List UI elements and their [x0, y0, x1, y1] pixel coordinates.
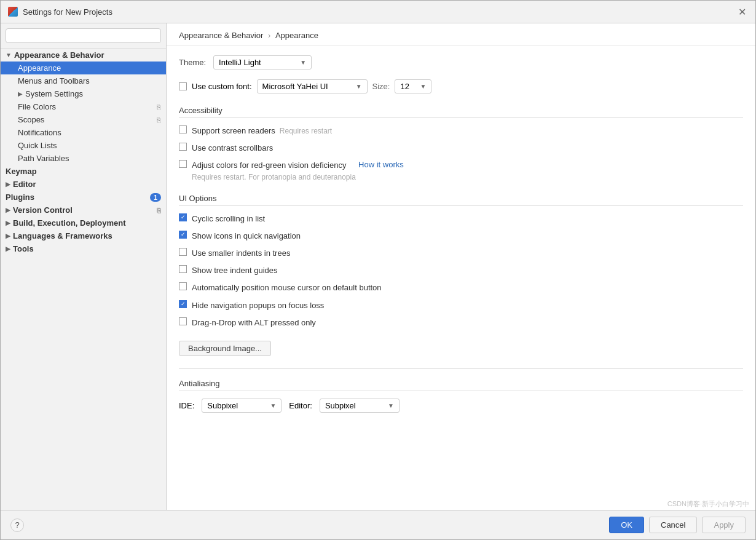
how-it-works-link[interactable]: How it works — [358, 160, 404, 169]
breadcrumb: Appearance & Behavior › Appearance — [167, 23, 755, 46]
search-wrapper: 🔍 — [6, 28, 161, 43]
font-select[interactable]: Microsoft YaHei UI ▼ — [257, 79, 368, 93]
apply-button[interactable]: Apply — [702, 517, 746, 533]
background-image-button[interactable]: Background Image... — [179, 341, 271, 356]
support-screen-readers-checkbox[interactable] — [179, 125, 187, 133]
sidebar-item-quick-lists[interactable]: Quick Lists — [1, 139, 166, 152]
font-row: Use custom font: Microsoft YaHei UI ▼ Si… — [179, 79, 743, 93]
font-value: Microsoft YaHei UI — [262, 82, 328, 91]
content-panel: Appearance & Behavior › Appearance Theme… — [167, 23, 755, 510]
sidebar-item-label: Notifications — [18, 128, 61, 137]
ide-antialias-select[interactable]: Subpixel ▼ — [202, 399, 282, 413]
option-label: Support screen readers — [192, 126, 275, 135]
theme-row: Theme: IntelliJ Light ▼ — [179, 55, 743, 69]
bottom-bar: ? OK Cancel Apply — [1, 510, 755, 539]
size-value: 12 — [400, 82, 409, 91]
cancel-button[interactable]: Cancel — [649, 517, 697, 533]
drag-n-drop-alt-checkbox[interactable] — [179, 317, 187, 325]
sidebar-item-tools[interactable]: ▶ Tools — [1, 242, 166, 255]
sidebar: 🔍 ▼ Appearance & Behavior Appearance Men… — [1, 23, 167, 510]
app-icon — [8, 7, 18, 17]
option-adjust-colors-wrapper: Adjust colors for red-green vision defic… — [179, 160, 743, 181]
theme-dropdown-arrow: ▼ — [300, 59, 306, 66]
search-input[interactable] — [6, 28, 161, 43]
sidebar-item-label: Path Variables — [18, 154, 69, 163]
sidebar-item-build-exec[interactable]: ▶ Build, Execution, Deployment — [1, 216, 166, 229]
option-auto-position-mouse: Automatically position mouse cursor on d… — [179, 282, 743, 293]
copy-icon: ⎘ — [157, 207, 161, 214]
sidebar-item-keymap[interactable]: Keymap — [1, 165, 166, 178]
expand-arrow: ▶ — [18, 90, 23, 97]
sidebar-item-menus-toolbars[interactable]: Menus and Toolbars — [1, 74, 166, 87]
sidebar-item-file-colors[interactable]: File Colors ⎘ — [1, 100, 166, 113]
editor-label: Editor: — [289, 401, 312, 410]
theme-select[interactable]: IntelliJ Light ▼ — [213, 55, 312, 69]
bg-image-wrapper: Background Image... — [179, 336, 743, 356]
option-label: Show tree indent guides — [192, 265, 277, 276]
sidebar-item-version-control[interactable]: ▶ Version Control ⎘ — [1, 204, 166, 216]
ui-options-header: UI Options — [179, 194, 743, 206]
close-button[interactable]: ✕ — [736, 6, 748, 18]
contrast-scrollbars-checkbox[interactable] — [179, 143, 187, 151]
option-label: Drag-n-Drop with ALT pressed only — [192, 317, 316, 328]
option-label: Automatically position mouse cursor on d… — [192, 282, 382, 293]
smaller-indents-checkbox[interactable] — [179, 248, 187, 256]
auto-position-mouse-checkbox[interactable] — [179, 282, 187, 290]
option-smaller-indents: Use smaller indents in trees — [179, 248, 743, 259]
sidebar-item-path-variables[interactable]: Path Variables — [1, 152, 166, 165]
option-label: Use smaller indents in trees — [192, 248, 290, 259]
sidebar-item-scopes[interactable]: Scopes ⎘ — [1, 113, 166, 126]
size-select[interactable]: 12 ▼ — [395, 79, 431, 93]
sidebar-item-label: Build, Execution, Deployment — [13, 218, 125, 228]
help-button[interactable]: ? — [10, 518, 24, 532]
sidebar-item-label: Keymap — [6, 167, 37, 176]
content-body: Theme: IntelliJ Light ▼ Use custom font:… — [167, 46, 755, 510]
font-dropdown-arrow: ▼ — [356, 83, 362, 90]
cyclic-scrolling-checkbox[interactable] — [179, 213, 187, 221]
sidebar-item-label: Languages & Frameworks — [13, 231, 112, 240]
sidebar-item-appearance[interactable]: Appearance — [1, 62, 166, 74]
sidebar-item-system-settings[interactable]: ▶ System Settings — [1, 87, 166, 100]
dialog-title: Settings for New Projects — [23, 7, 112, 17]
option-show-tree-indent: Show tree indent guides — [179, 265, 743, 276]
show-icons-quick-nav-checkbox[interactable] — [179, 231, 187, 239]
show-tree-indent-checkbox[interactable] — [179, 265, 187, 273]
breadcrumb-current: Appearance — [275, 31, 318, 40]
main-content: 🔍 ▼ Appearance & Behavior Appearance Men… — [1, 23, 755, 510]
option-show-icons-quick-nav: Show icons in quick navigation — [179, 231, 743, 242]
expand-arrow: ▼ — [6, 52, 12, 58]
copy-icon: ⎘ — [157, 103, 161, 111]
ok-button[interactable]: OK — [609, 517, 644, 533]
sidebar-item-plugins[interactable]: Plugins 1 — [1, 191, 166, 204]
sidebar-item-label: Scopes — [18, 115, 44, 124]
option-support-screen-readers: Support screen readers Requires restart — [179, 125, 743, 137]
sidebar-item-appearance-behavior[interactable]: ▼ Appearance & Behavior — [1, 49, 166, 62]
size-dropdown-arrow: ▼ — [420, 83, 427, 90]
theme-label: Theme: — [179, 58, 206, 67]
editor-antialias-arrow: ▼ — [388, 402, 394, 409]
title-bar: Settings for New Projects ✕ — [1, 1, 755, 23]
accessibility-header: Accessibility — [179, 106, 743, 118]
option-label: Show icons in quick navigation — [192, 231, 301, 242]
sidebar-item-editor[interactable]: ▶ Editor — [1, 178, 166, 191]
custom-font-checkbox[interactable] — [179, 82, 187, 90]
plugins-badge: 1 — [150, 193, 161, 202]
hide-nav-popups-checkbox[interactable] — [179, 300, 187, 308]
option-label: Use contrast scrollbars — [192, 143, 273, 154]
option-label: Adjust colors for red-green vision defic… — [192, 160, 346, 171]
adjust-colors-checkbox[interactable] — [179, 160, 187, 168]
antialias-row: IDE: Subpixel ▼ Editor: Subpixel ▼ — [179, 399, 743, 413]
sidebar-item-label: File Colors — [18, 102, 56, 111]
bottom-left: ? — [10, 518, 24, 532]
sidebar-item-languages[interactable]: ▶ Languages & Frameworks — [1, 229, 166, 242]
settings-dialog: Settings for New Projects ✕ 🔍 ▼ Appearan… — [0, 0, 756, 540]
option-hide-nav-popups: Hide navigation popups on focus loss — [179, 300, 743, 311]
sidebar-item-label: Editor — [13, 180, 36, 189]
sidebar-item-label: Version Control — [13, 205, 73, 215]
sidebar-item-notifications[interactable]: Notifications — [1, 126, 166, 139]
editor-antialias-select[interactable]: Subpixel ▼ — [320, 399, 400, 413]
expand-arrow: ▶ — [6, 220, 10, 226]
accessibility-options: Support screen readers Requires restart … — [179, 125, 743, 181]
theme-value: IntelliJ Light — [219, 58, 261, 67]
ui-options-list: Cyclic scrolling in list Show icons in q… — [179, 213, 743, 328]
